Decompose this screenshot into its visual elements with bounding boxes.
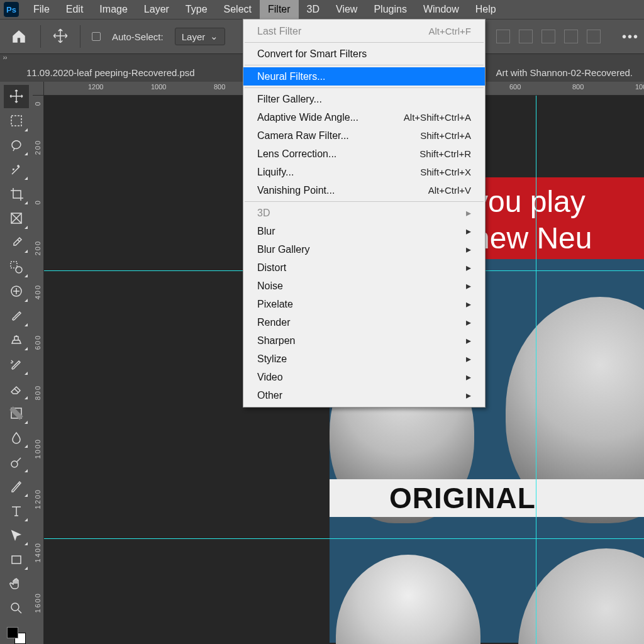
tool-selection-brush[interactable] xyxy=(4,255,29,279)
tool-move[interactable] xyxy=(4,85,29,108)
doc-tab-right[interactable]: Art with Shannon-02-Recovered. xyxy=(484,63,644,82)
align-center-h-icon[interactable] xyxy=(519,30,533,43)
tool-eyedropper[interactable] xyxy=(4,231,29,255)
menu-item-label: Render xyxy=(257,317,290,328)
ruler-origin[interactable] xyxy=(33,82,44,96)
align-top-icon[interactable] xyxy=(564,30,578,43)
menu-item-other[interactable]: Other xyxy=(243,386,485,404)
menu-separator xyxy=(245,65,484,65)
menu-help[interactable]: Help xyxy=(467,0,504,19)
red-banner: you play new Neu xyxy=(468,177,644,259)
submenu-arrow-icon xyxy=(466,389,471,401)
menu-file[interactable]: File xyxy=(25,0,58,19)
menu-item-lens-correction[interactable]: Lens Correction...Shift+Ctrl+R xyxy=(243,145,485,163)
tool-zoom[interactable] xyxy=(4,597,29,620)
menu-item-filter-gallery[interactable]: Filter Gallery... xyxy=(243,90,485,108)
tool-path-selection[interactable] xyxy=(4,524,29,547)
menu-item-label: 3D xyxy=(257,208,270,219)
home-button[interactable] xyxy=(9,26,29,47)
menu-filter[interactable]: Filter xyxy=(260,0,299,19)
menu-3d[interactable]: 3D xyxy=(299,0,328,19)
menu-item-label: Blur Gallery xyxy=(257,244,310,255)
more-options-icon[interactable]: ••• xyxy=(622,30,639,44)
menu-item-video[interactable]: Video xyxy=(243,368,485,386)
filter-dropdown: Last FilterAlt+Ctrl+FConvert for Smart F… xyxy=(243,19,486,408)
tool-type[interactable] xyxy=(4,499,29,523)
menu-edit[interactable]: Edit xyxy=(58,0,92,19)
menu-item-distort[interactable]: Distort xyxy=(243,258,485,277)
menu-item-blur-gallery[interactable]: Blur Gallery xyxy=(243,240,485,258)
tool-marquee[interactable] xyxy=(4,109,29,133)
menu-type[interactable]: Type xyxy=(177,0,216,19)
menu-item-label: Adaptive Wide Angle... xyxy=(257,112,358,123)
svg-point-8 xyxy=(11,603,19,611)
menu-item-adaptive-wide-angle[interactable]: Adaptive Wide Angle...Alt+Shift+Ctrl+A xyxy=(243,108,485,126)
menu-item-convert-for-smart-filters[interactable]: Convert for Smart Filters xyxy=(243,45,485,63)
tool-pen[interactable] xyxy=(4,475,29,498)
menu-item-vanishing-point[interactable]: Vanishing Point...Alt+Ctrl+V xyxy=(243,181,485,199)
menu-select[interactable]: Select xyxy=(216,0,260,19)
ruler-tick: 400 xyxy=(34,284,42,299)
menu-item-pixelate[interactable]: Pixelate xyxy=(243,295,485,313)
menu-item-stylize[interactable]: Stylize xyxy=(243,350,485,368)
menu-layer[interactable]: Layer xyxy=(136,0,177,19)
original-strip: ORIGINAL xyxy=(330,479,644,517)
tool-hand[interactable] xyxy=(4,572,29,596)
svg-rect-7 xyxy=(12,556,21,564)
app-logo[interactable]: Ps xyxy=(4,2,19,17)
tool-magic-wand[interactable] xyxy=(4,158,29,181)
menu-item-sharpen[interactable]: Sharpen xyxy=(243,331,485,350)
menu-item-label: Sharpen xyxy=(257,335,296,347)
submenu-arrow-icon xyxy=(466,280,471,292)
menu-item-liquify[interactable]: Liquify...Shift+Ctrl+X xyxy=(243,163,485,181)
submenu-arrow-icon xyxy=(466,243,471,255)
ruler-tick: 1000 xyxy=(635,83,644,91)
menu-plugins[interactable]: Plugins xyxy=(365,0,414,19)
ruler-tick: 1000 xyxy=(34,438,42,458)
ruler-tick: 1000 xyxy=(151,83,166,91)
tool-healing-brush[interactable] xyxy=(4,280,29,303)
submenu-arrow-icon xyxy=(466,207,471,219)
guide-vertical[interactable] xyxy=(536,96,536,644)
menu-item-label: Pixelate xyxy=(257,299,293,310)
tool-clone-stamp[interactable] xyxy=(4,329,29,352)
tool-blur[interactable] xyxy=(4,426,29,450)
menu-window[interactable]: Window xyxy=(415,0,467,19)
ruler-vertical[interactable]: 020002004006008001000120014001600 xyxy=(33,96,44,644)
menu-separator xyxy=(245,87,484,88)
tool-rectangle[interactable] xyxy=(4,548,29,571)
layer-dropdown-value: Layer xyxy=(182,31,206,42)
menu-shortcut: Alt+Ctrl+F xyxy=(428,26,471,36)
separator xyxy=(80,25,80,48)
tool-frame[interactable] xyxy=(4,207,29,230)
tool-brush[interactable] xyxy=(4,304,29,328)
menu-item-blur[interactable]: Blur xyxy=(243,222,485,240)
ruler-tick: 1200 xyxy=(34,489,42,509)
align-left-icon[interactable] xyxy=(496,30,510,43)
toolbar xyxy=(0,82,33,644)
menu-item-label: Camera Raw Filter... xyxy=(257,130,349,142)
menu-item-noise[interactable]: Noise xyxy=(243,277,485,295)
doc-tab-left[interactable]: 11.09.2020-leaf peeping-Recovered.psd xyxy=(15,63,206,82)
tool-history-brush[interactable] xyxy=(4,353,29,376)
tool-gradient[interactable] xyxy=(4,402,29,425)
color-swatches[interactable] xyxy=(7,627,26,645)
svg-point-6 xyxy=(11,461,18,467)
menu-image[interactable]: Image xyxy=(91,0,135,19)
collapse-arrows-icon[interactable]: ›› xyxy=(0,54,10,63)
submenu-arrow-icon xyxy=(466,371,471,383)
tool-dodge[interactable] xyxy=(4,450,29,474)
tool-lasso[interactable] xyxy=(4,134,29,157)
guide-horizontal[interactable] xyxy=(44,538,644,539)
ruler-tick: 1400 xyxy=(34,542,42,562)
menu-item-render[interactable]: Render xyxy=(243,313,485,331)
menu-item-camera-raw-filter[interactable]: Camera Raw Filter...Shift+Ctrl+A xyxy=(243,126,485,145)
tool-crop[interactable] xyxy=(4,182,29,206)
menu-view[interactable]: View xyxy=(328,0,365,19)
auto-select-checkbox[interactable] xyxy=(92,32,101,41)
layer-dropdown[interactable]: Layer ⌄ xyxy=(175,28,226,45)
menu-item-neural-filters[interactable]: Neural Filters... xyxy=(243,67,485,86)
align-center-v-icon[interactable] xyxy=(587,30,601,43)
align-right-icon[interactable] xyxy=(541,30,555,43)
tool-eraser[interactable] xyxy=(4,377,29,401)
